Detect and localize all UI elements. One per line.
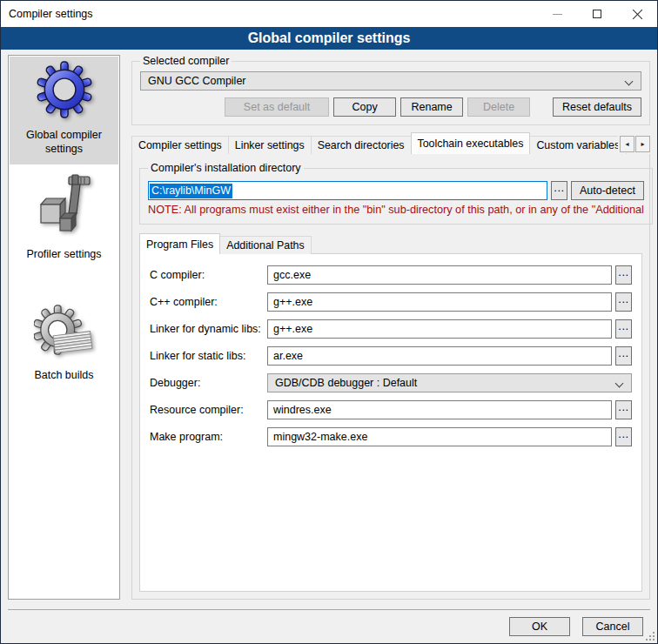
footer: OK Cancel: [1, 610, 657, 636]
debugger-select[interactable]: GDB/CDB debugger : Default: [267, 373, 632, 392]
maximize-icon: [593, 10, 601, 18]
chevron-down-icon: [625, 77, 634, 86]
linker-static-libs-input[interactable]: ar.exe: [267, 346, 612, 366]
c-compiler-row: C compiler:gcc.exe...: [150, 265, 632, 285]
make-program-row: Make program:mingw32-make.exe...: [150, 427, 632, 446]
installation-directory-legend: Compiler's installation directory: [148, 162, 304, 174]
compiler-buttons-row: Set as defaultCopyRenameDeleteReset defa…: [140, 97, 641, 117]
make-program-browse-button[interactable]: ...: [615, 427, 632, 446]
reset-defaults-button[interactable]: Reset defaults: [553, 97, 641, 117]
sidebar-item-label: Global compiler settings: [11, 128, 117, 157]
set-as-default-button: Set as default: [225, 97, 329, 117]
cpp-compiler-input[interactable]: g++.exe: [267, 292, 612, 312]
linker-static-libs-row: Linker for static libs:ar.exe...: [150, 346, 632, 366]
maximize-button[interactable]: [577, 1, 617, 27]
sidebar-item-profiler-settings[interactable]: Profiler settings: [10, 169, 118, 269]
resource-compiler-label: Resource compiler:: [150, 404, 264, 416]
dialog-body: Global compiler settings: [1, 50, 657, 600]
compiler-select[interactable]: GNU GCC Compiler: [140, 71, 641, 91]
cancel-button[interactable]: Cancel: [582, 617, 643, 636]
debugger-label: Debugger:: [150, 377, 264, 389]
tab-compiler-settings[interactable]: Compiler settings: [131, 136, 229, 154]
titlebar: Compiler settings: [1, 1, 657, 27]
tab-custom-variables[interactable]: Custom variables: [529, 136, 627, 154]
sidebar-item-label: Profiler settings: [26, 247, 101, 261]
profiler-caliper-icon: [34, 173, 95, 241]
main-panel: Selected compiler GNU GCC Compiler Set a…: [131, 55, 650, 600]
tab-linker-settings[interactable]: Linker settings: [228, 136, 312, 154]
installation-directory-row: C:\raylib\MinGW ... Auto-detect: [148, 181, 644, 200]
close-button[interactable]: [617, 1, 657, 27]
resource-compiler-row: Resource compiler:windres.exe...: [150, 400, 632, 419]
linker-static-libs-browse-button[interactable]: ...: [615, 346, 632, 366]
sidebar-item-global-compiler-settings[interactable]: Global compiler settings: [10, 57, 118, 164]
caption-buttons: [537, 1, 657, 27]
blue-gear-icon: [36, 61, 93, 122]
tab-scroll-left-button[interactable]: ◂: [620, 136, 634, 152]
make-program-label: Make program:: [150, 431, 264, 443]
make-program-input[interactable]: mingw32-make.exe: [267, 427, 612, 446]
c-compiler-browse-button[interactable]: ...: [615, 265, 632, 285]
installation-directory-browse-button[interactable]: ...: [551, 181, 567, 200]
tab-toolchain-executables[interactable]: Toolchain executables: [411, 132, 531, 154]
installation-directory-input[interactable]: C:\raylib\MinGW: [148, 181, 547, 200]
c-compiler-input[interactable]: gcc.exe: [267, 265, 612, 285]
cpp-compiler-label: C++ compiler:: [150, 296, 264, 308]
cpp-compiler-browse-button[interactable]: ...: [615, 292, 632, 312]
tab-scroll-right-button[interactable]: ▸: [635, 136, 650, 152]
c-compiler-label: C compiler:: [150, 269, 264, 281]
bin-subdirectory-note: NOTE: All programs must exist either in …: [148, 204, 644, 216]
cpp-compiler-row: C++ compiler:g++.exe...: [150, 292, 632, 312]
debugger-row: Debugger:GDB/CDB debugger : Default: [150, 373, 632, 392]
minimize-button[interactable]: [537, 1, 577, 27]
main-tabstrip: Compiler settingsLinker settingsSearch d…: [131, 132, 650, 154]
linker-dynamic-libs-row: Linker for dynamic libs:g++.exe...: [150, 319, 632, 339]
ok-button[interactable]: OK: [509, 617, 570, 636]
sidebar-item-label: Batch builds: [34, 368, 93, 382]
resource-compiler-browse-button[interactable]: ...: [615, 400, 632, 419]
toolchain-executables-page: Compiler's installation directory C:\ray…: [131, 153, 650, 600]
tab-search-directories[interactable]: Search directories: [311, 136, 412, 154]
close-icon: [632, 9, 643, 20]
tab-additional-paths[interactable]: Additional Paths: [219, 236, 312, 254]
delete-button: Delete: [467, 97, 530, 117]
tab-scroll-arrows: ◂ ▸: [618, 135, 650, 153]
copy-button[interactable]: Copy: [333, 97, 396, 117]
linker-dynamic-libs-input[interactable]: g++.exe: [267, 319, 612, 339]
inner-tabstrip: Program FilesAdditional Paths: [139, 233, 642, 254]
compiler-settings-window: Compiler settings Global compiler settin…: [0, 0, 658, 644]
linker-dynamic-libs-label: Linker for dynamic libs:: [150, 323, 264, 335]
linker-static-libs-label: Linker for static libs:: [150, 350, 264, 362]
auto-detect-button[interactable]: Auto-detect: [571, 181, 644, 200]
minimize-icon: [553, 14, 562, 15]
sidebar-item-batch-builds[interactable]: Batch builds: [10, 299, 118, 390]
selected-compiler-group: Selected compiler GNU GCC Compiler Set a…: [131, 55, 650, 125]
rename-button[interactable]: Rename: [400, 97, 463, 117]
program-files-page: C compiler:gcc.exe...C++ compiler:g++.ex…: [139, 253, 642, 592]
installation-directory-group: Compiler's installation directory C:\ray…: [139, 162, 653, 225]
compiler-select-value: GNU GCC Compiler: [148, 75, 246, 87]
tab-program-files[interactable]: Program Files: [139, 233, 220, 254]
resize-grip[interactable]: [645, 631, 655, 641]
window-title: Compiler settings: [1, 8, 93, 20]
batch-builds-gear-icon: [34, 303, 95, 362]
chevron-down-icon: [615, 379, 624, 388]
page-title: Global compiler settings: [1, 27, 657, 50]
selected-compiler-legend: Selected compiler: [140, 55, 232, 67]
linker-dynamic-libs-browse-button[interactable]: ...: [615, 319, 632, 339]
resource-compiler-input[interactable]: windres.exe: [267, 400, 612, 419]
selected-path-text: C:\raylib\MinGW: [150, 184, 232, 198]
settings-sidebar: Global compiler settings: [8, 55, 120, 600]
